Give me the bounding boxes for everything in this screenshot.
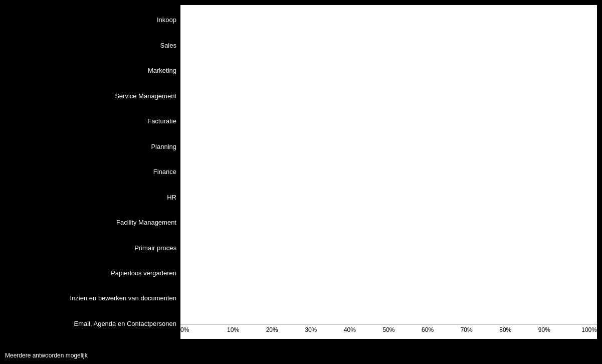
bar-row-email-agenda — [180, 298, 597, 321]
bars-container — [180, 5, 597, 324]
x-label-60: 60% — [414, 326, 442, 339]
chart-container: Inkoop Sales Marketing Service Managemen… — [0, 0, 602, 364]
x-label-80: 80% — [492, 326, 519, 339]
y-label-inkoop: Inkoop — [5, 9, 176, 32]
y-label-papierloos-vergaderen: Papierloos vergaderen — [5, 262, 176, 285]
x-label-30: 30% — [297, 326, 325, 339]
bar-row-hr — [180, 177, 597, 200]
y-label-marketing: Marketing — [5, 59, 176, 82]
x-label-70: 70% — [453, 326, 480, 339]
x-label-0: 0% — [180, 326, 208, 339]
x-label-20: 20% — [258, 326, 286, 339]
x-label-50: 50% — [375, 326, 403, 339]
bar-row-inzien-bewerken — [180, 274, 597, 297]
y-label-hr: HR — [5, 186, 176, 209]
y-label-planning: Planning — [5, 135, 176, 158]
y-label-service-management: Service Management — [5, 85, 176, 108]
bar-row-primair-proces — [180, 225, 597, 248]
bar-row-facility-management — [180, 201, 597, 224]
bar-row-marketing — [180, 56, 597, 79]
y-label-email-agenda: Email, Agenda en Contactpersonen — [5, 312, 176, 335]
y-label-inzien-bewerken: Inzien en bewerken van documenten — [5, 287, 176, 310]
y-label-facturatie: Facturatie — [5, 110, 176, 133]
y-label-facility-management: Facility Management — [5, 211, 176, 234]
chart-footnote: Meerdere antwoorden mogelijk — [5, 352, 88, 359]
x-axis-labels: 0% 10% 20% 30% 40% 50% 60% 70% 80% 90% 1… — [180, 324, 597, 339]
x-label-10: 10% — [220, 326, 247, 339]
y-axis-labels: Inkoop Sales Marketing Service Managemen… — [5, 5, 180, 339]
y-label-primair-proces: Primair proces — [5, 236, 176, 259]
bar-row-planning — [180, 129, 597, 152]
bar-row-service-management — [180, 80, 597, 103]
x-label-90: 90% — [530, 326, 558, 339]
bar-row-inkoop — [180, 8, 597, 31]
plot-area: 0% 10% 20% 30% 40% 50% 60% 70% 80% 90% 1… — [180, 5, 597, 339]
bar-row-finance — [180, 153, 597, 176]
x-label-40: 40% — [336, 326, 363, 339]
x-label-100: 100% — [569, 326, 597, 339]
chart-area: Inkoop Sales Marketing Service Managemen… — [5, 5, 597, 339]
y-label-sales: Sales — [5, 34, 176, 57]
bar-row-papierloos-vergaderen — [180, 249, 597, 272]
bar-row-sales — [180, 32, 597, 55]
y-label-finance: Finance — [5, 160, 176, 184]
bar-row-facturatie — [180, 105, 597, 128]
